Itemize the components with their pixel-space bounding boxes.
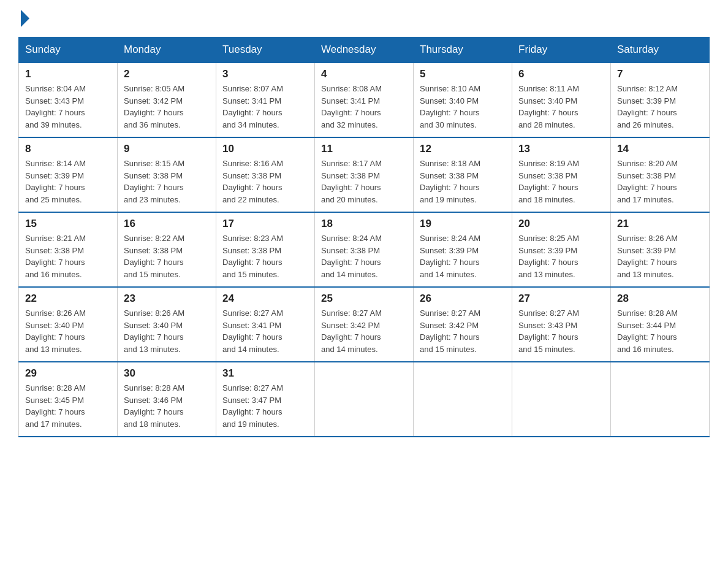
calendar-cell: 10Sunrise: 8:16 AMSunset: 3:38 PMDayligh… (216, 137, 315, 212)
day-number: 15 (25, 218, 111, 230)
week-row-4: 22Sunrise: 8:26 AMSunset: 3:40 PMDayligh… (19, 287, 710, 362)
calendar-cell: 14Sunrise: 8:20 AMSunset: 3:38 PMDayligh… (611, 137, 710, 212)
calendar-cell: 12Sunrise: 8:18 AMSunset: 3:38 PMDayligh… (414, 137, 512, 212)
day-info: Sunrise: 8:28 AMSunset: 3:45 PMDaylight:… (25, 382, 111, 430)
day-number: 3 (222, 68, 308, 80)
calendar-cell: 2Sunrise: 8:05 AMSunset: 3:42 PMDaylight… (118, 63, 216, 137)
week-row-3: 15Sunrise: 8:21 AMSunset: 3:38 PMDayligh… (19, 212, 710, 287)
calendar-cell (611, 362, 710, 437)
day-info: Sunrise: 8:26 AMSunset: 3:40 PMDaylight:… (124, 307, 210, 355)
day-info: Sunrise: 8:07 AMSunset: 3:41 PMDaylight:… (222, 83, 308, 131)
calendar-cell: 27Sunrise: 8:27 AMSunset: 3:43 PMDayligh… (512, 287, 611, 362)
day-info: Sunrise: 8:05 AMSunset: 3:42 PMDaylight:… (124, 83, 210, 131)
calendar-cell: 21Sunrise: 8:26 AMSunset: 3:39 PMDayligh… (611, 212, 710, 287)
day-info: Sunrise: 8:21 AMSunset: 3:38 PMDaylight:… (25, 232, 111, 280)
calendar-table: SundayMondayTuesdayWednesdayThursdayFrid… (18, 37, 710, 437)
day-number: 9 (124, 143, 210, 155)
calendar-cell: 6Sunrise: 8:11 AMSunset: 3:40 PMDaylight… (512, 63, 611, 137)
calendar-cell: 24Sunrise: 8:27 AMSunset: 3:41 PMDayligh… (216, 287, 315, 362)
weekday-header-thursday: Thursday (414, 37, 512, 63)
calendar-cell: 30Sunrise: 8:28 AMSunset: 3:46 PMDayligh… (118, 362, 216, 437)
day-number: 12 (420, 143, 506, 155)
day-number: 11 (321, 143, 407, 155)
day-number: 13 (518, 143, 604, 155)
day-info: Sunrise: 8:27 AMSunset: 3:42 PMDaylight:… (321, 307, 407, 355)
day-number: 21 (617, 218, 703, 230)
calendar-cell: 29Sunrise: 8:28 AMSunset: 3:45 PMDayligh… (19, 362, 118, 437)
calendar-cell: 11Sunrise: 8:17 AMSunset: 3:38 PMDayligh… (315, 137, 414, 212)
day-number: 28 (617, 293, 703, 305)
weekday-header-sunday: Sunday (19, 37, 118, 63)
week-row-1: 1Sunrise: 8:04 AMSunset: 3:43 PMDaylight… (19, 63, 710, 137)
day-number: 26 (420, 293, 506, 305)
day-info: Sunrise: 8:19 AMSunset: 3:38 PMDaylight:… (518, 158, 604, 205)
weekday-header-row: SundayMondayTuesdayWednesdayThursdayFrid… (19, 37, 710, 63)
day-number: 7 (617, 68, 703, 80)
day-number: 20 (518, 218, 604, 230)
day-number: 10 (222, 143, 308, 155)
day-number: 1 (25, 68, 111, 80)
calendar-cell (512, 362, 611, 437)
logo-arrow-icon (21, 10, 29, 27)
calendar-cell: 5Sunrise: 8:10 AMSunset: 3:40 PMDaylight… (414, 63, 512, 137)
day-info: Sunrise: 8:04 AMSunset: 3:43 PMDaylight:… (25, 83, 111, 131)
calendar-cell: 23Sunrise: 8:26 AMSunset: 3:40 PMDayligh… (118, 287, 216, 362)
day-number: 8 (25, 143, 111, 155)
calendar-cell: 22Sunrise: 8:26 AMSunset: 3:40 PMDayligh… (19, 287, 118, 362)
calendar-cell: 17Sunrise: 8:23 AMSunset: 3:38 PMDayligh… (216, 212, 315, 287)
day-info: Sunrise: 8:27 AMSunset: 3:47 PMDaylight:… (222, 382, 308, 430)
calendar-cell (315, 362, 414, 437)
week-row-5: 29Sunrise: 8:28 AMSunset: 3:45 PMDayligh… (19, 362, 710, 437)
day-info: Sunrise: 8:27 AMSunset: 3:41 PMDaylight:… (222, 307, 308, 355)
weekday-header-tuesday: Tuesday (216, 37, 315, 63)
day-info: Sunrise: 8:18 AMSunset: 3:38 PMDaylight:… (420, 158, 506, 205)
weekday-header-wednesday: Wednesday (315, 37, 414, 63)
calendar-cell: 16Sunrise: 8:22 AMSunset: 3:38 PMDayligh… (118, 212, 216, 287)
day-number: 29 (25, 367, 111, 380)
day-number: 25 (321, 293, 407, 305)
logo (18, 12, 29, 25)
day-info: Sunrise: 8:28 AMSunset: 3:46 PMDaylight:… (124, 382, 210, 430)
calendar-cell: 31Sunrise: 8:27 AMSunset: 3:47 PMDayligh… (216, 362, 315, 437)
day-info: Sunrise: 8:26 AMSunset: 3:39 PMDaylight:… (617, 232, 703, 280)
weekday-header-friday: Friday (512, 37, 611, 63)
day-info: Sunrise: 8:23 AMSunset: 3:38 PMDaylight:… (222, 232, 308, 280)
day-number: 16 (124, 218, 210, 230)
day-number: 17 (222, 218, 308, 230)
calendar-cell: 1Sunrise: 8:04 AMSunset: 3:43 PMDaylight… (19, 63, 118, 137)
day-info: Sunrise: 8:20 AMSunset: 3:38 PMDaylight:… (617, 158, 703, 205)
calendar-cell: 25Sunrise: 8:27 AMSunset: 3:42 PMDayligh… (315, 287, 414, 362)
day-info: Sunrise: 8:17 AMSunset: 3:38 PMDaylight:… (321, 158, 407, 205)
day-info: Sunrise: 8:24 AMSunset: 3:38 PMDaylight:… (321, 232, 407, 280)
calendar-cell: 9Sunrise: 8:15 AMSunset: 3:38 PMDaylight… (118, 137, 216, 212)
calendar-cell (414, 362, 512, 437)
calendar-cell: 7Sunrise: 8:12 AMSunset: 3:39 PMDaylight… (611, 63, 710, 137)
page-header (18, 12, 710, 25)
day-number: 31 (222, 367, 308, 380)
day-number: 14 (617, 143, 703, 155)
day-info: Sunrise: 8:25 AMSunset: 3:39 PMDaylight:… (518, 232, 604, 280)
day-number: 2 (124, 68, 210, 80)
calendar-cell: 26Sunrise: 8:27 AMSunset: 3:42 PMDayligh… (414, 287, 512, 362)
day-number: 18 (321, 218, 407, 230)
day-info: Sunrise: 8:22 AMSunset: 3:38 PMDaylight:… (124, 232, 210, 280)
weekday-header-monday: Monday (118, 37, 216, 63)
calendar-cell: 4Sunrise: 8:08 AMSunset: 3:41 PMDaylight… (315, 63, 414, 137)
day-number: 5 (420, 68, 506, 80)
day-number: 24 (222, 293, 308, 305)
day-info: Sunrise: 8:15 AMSunset: 3:38 PMDaylight:… (124, 158, 210, 205)
day-number: 22 (25, 293, 111, 305)
day-info: Sunrise: 8:16 AMSunset: 3:38 PMDaylight:… (222, 158, 308, 205)
calendar-cell: 8Sunrise: 8:14 AMSunset: 3:39 PMDaylight… (19, 137, 118, 212)
calendar-cell: 19Sunrise: 8:24 AMSunset: 3:39 PMDayligh… (414, 212, 512, 287)
day-info: Sunrise: 8:28 AMSunset: 3:44 PMDaylight:… (617, 307, 703, 355)
calendar-cell: 13Sunrise: 8:19 AMSunset: 3:38 PMDayligh… (512, 137, 611, 212)
day-info: Sunrise: 8:10 AMSunset: 3:40 PMDaylight:… (420, 83, 506, 131)
calendar-cell: 3Sunrise: 8:07 AMSunset: 3:41 PMDaylight… (216, 63, 315, 137)
week-row-2: 8Sunrise: 8:14 AMSunset: 3:39 PMDaylight… (19, 137, 710, 212)
day-number: 6 (518, 68, 604, 80)
weekday-header-saturday: Saturday (611, 37, 710, 63)
calendar-cell: 18Sunrise: 8:24 AMSunset: 3:38 PMDayligh… (315, 212, 414, 287)
day-info: Sunrise: 8:12 AMSunset: 3:39 PMDaylight:… (617, 83, 703, 131)
day-info: Sunrise: 8:27 AMSunset: 3:43 PMDaylight:… (518, 307, 604, 355)
